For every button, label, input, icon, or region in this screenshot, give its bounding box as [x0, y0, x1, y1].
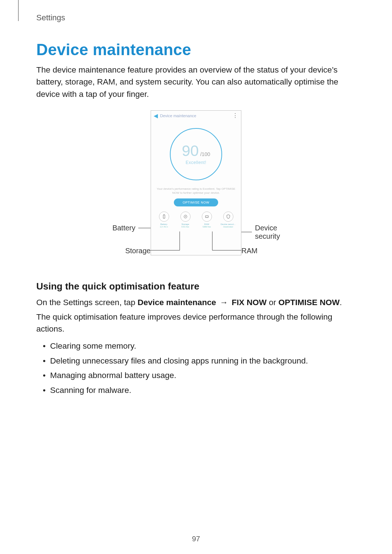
callout-ram-label: RAM: [241, 247, 257, 255]
tile-ram-label: RAM: [204, 223, 209, 225]
phone-topbar-title: Device maintenance: [160, 114, 230, 118]
score-rating-word: Excellent!: [185, 160, 206, 165]
intro-paragraph: The device maintenance feature provides …: [36, 64, 356, 100]
svg-rect-1: [163, 214, 164, 215]
tile-security[interactable]: Device securi... Deactivated: [219, 212, 238, 228]
storage-icon: [180, 212, 191, 222]
svg-point-3: [185, 216, 185, 217]
callout-storage-label: Storage: [125, 247, 151, 255]
svg-rect-4: [205, 216, 208, 218]
page-title: Device maintenance: [36, 41, 356, 59]
score-gauge: 90 /100 Excellent!: [170, 128, 222, 180]
header-section-label: Settings: [36, 13, 356, 22]
tile-storage-label: Storage: [181, 223, 189, 225]
shield-icon: [223, 212, 233, 222]
tile-storage[interactable]: Storage 8.5G free: [176, 212, 195, 228]
instr-optimise-now: OPTIMISE NOW: [278, 298, 340, 307]
tile-battery[interactable]: Battery 11 h 46 m: [155, 212, 173, 228]
list-item: Clearing some memory.: [43, 339, 356, 354]
instruction-line-2: The quick optimisation feature improves …: [36, 311, 356, 336]
arrow-right-icon: →: [220, 298, 228, 307]
list-item: Scanning for malware.: [43, 383, 356, 398]
figure-wrap: ◀ Device maintenance ⋮ 90 /100 Excellent…: [36, 110, 356, 266]
page-number: 97: [0, 535, 392, 543]
tile-ram-sub: 538M free: [203, 226, 211, 228]
list-item: Managing abnormal battery usage.: [43, 368, 356, 383]
ram-icon: [202, 212, 212, 222]
list-item: Deleting unnecessary files and closing a…: [43, 354, 356, 369]
margin-rule: [18, 0, 19, 21]
tile-battery-label: Battery: [160, 223, 167, 225]
score-area: 90 /100 Excellent! Your device's perform…: [151, 121, 241, 212]
callout-storage-leader: [151, 231, 187, 253]
performance-caption: Your device's performance rating is Exce…: [155, 187, 237, 195]
callout-ram: RAM: [241, 247, 257, 255]
chevron-left-icon[interactable]: ◀: [154, 113, 158, 119]
callout-storage: Storage: [125, 247, 151, 255]
callout-battery-label: Battery: [113, 224, 135, 232]
tile-ram[interactable]: RAM 538M free: [197, 212, 216, 228]
instr-prefix: On the Settings screen, tap: [36, 298, 138, 307]
callout-battery: Battery: [113, 224, 151, 232]
optimise-now-button[interactable]: OPTIMISE NOW: [174, 198, 218, 206]
score-denominator: /100: [200, 151, 210, 157]
figure: ◀ Device maintenance ⋮ 90 /100 Excellent…: [94, 110, 298, 266]
tile-security-sub: Deactivated: [223, 226, 233, 228]
battery-icon: [159, 212, 169, 222]
instr-suffix: .: [340, 298, 342, 307]
callout-device-security: Device security: [241, 224, 298, 241]
tile-storage-sub: 8.5G free: [181, 226, 189, 228]
instr-fix-now: FIX NOW: [232, 298, 266, 307]
instr-device-maintenance: Device maintenance: [138, 298, 216, 307]
svg-rect-0: [163, 215, 165, 218]
callout-ram-leader: [205, 231, 245, 253]
tile-security-label: Device securi...: [221, 223, 236, 225]
instr-or: or: [267, 298, 279, 307]
instruction-line-1: On the Settings screen, tap Device maint…: [36, 296, 356, 309]
phone-topbar: ◀ Device maintenance ⋮: [151, 111, 241, 121]
score-value: 90: [182, 143, 199, 159]
more-vertical-icon[interactable]: ⋮: [232, 114, 238, 118]
callout-device-security-label: Device security: [255, 224, 298, 241]
category-tiles: Battery 11 h 46 m Storage 8.5G free: [151, 212, 241, 230]
subheading-quick-optimisation: Using the quick optimisation feature: [36, 281, 356, 292]
feature-list: Clearing some memory. Deleting unnecessa…: [43, 339, 356, 398]
tile-battery-sub: 11 h 46 m: [160, 226, 168, 228]
